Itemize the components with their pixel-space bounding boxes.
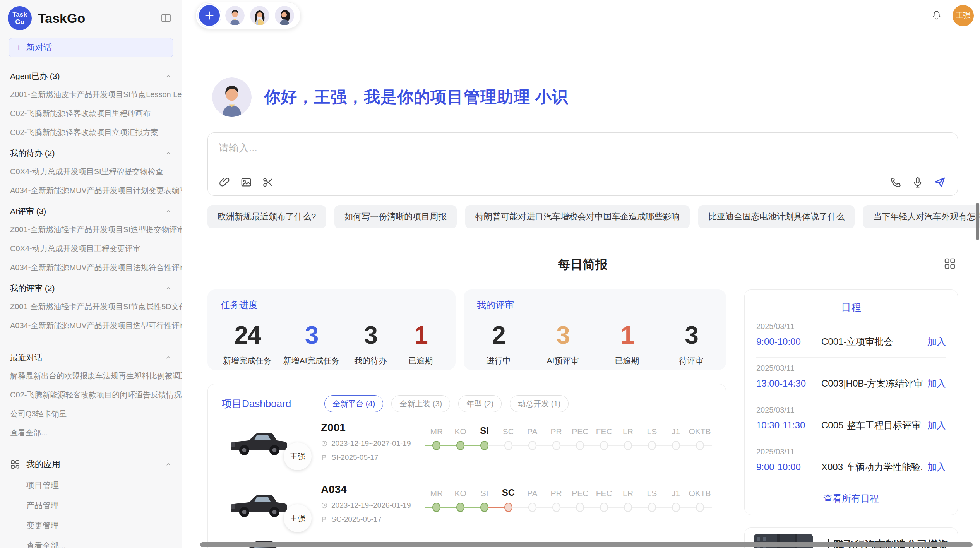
chevron-up-icon [165, 150, 172, 157]
sidebar-item[interactable]: A034-全新新能源MUV产品开发项目计划变更表编写 [0, 181, 182, 200]
sidebar-item[interactable]: Z001-全新燃油皮卡产品开发项目SI节点Lesson Learn报告 [0, 85, 182, 104]
sidebar-item[interactable]: C0X4-动力总成开发项目工程变更评审 [0, 239, 182, 258]
project-row[interactable]: 王强 Z001 2023-12-19~2027-01-19 [222, 421, 712, 462]
chat-input[interactable] [219, 142, 946, 154]
view-all-schedule-link[interactable]: 查看所有日程 [756, 483, 946, 505]
greeting-text: 你好，王强，我是你的项目管理助理 小识 [264, 86, 569, 108]
phone-icon[interactable] [890, 176, 902, 188]
user-avatar[interactable]: 王强 [953, 5, 974, 26]
app-item-product-mgmt[interactable]: 产品管理 [0, 495, 182, 515]
sidebar-item[interactable]: C0X4-动力总成开发项目SI里程碑提交物检查 [0, 162, 182, 181]
project-row[interactable]: 王强 A034 2023-12-19~2026-01-19 [222, 483, 712, 524]
chevron-up-icon [165, 354, 172, 361]
vertical-scrollbar-thumb[interactable] [976, 203, 979, 240]
milestone-label: OKTB [689, 484, 711, 498]
assistant-avatar [212, 77, 252, 117]
filter-chip[interactable]: 全新上装 (3) [391, 395, 450, 412]
milestone-cell: J1 [664, 422, 688, 450]
sidebar-item[interactable]: C02-飞腾新能源轻客改款项目立项汇报方案 [0, 123, 182, 142]
milestone-label: FEC [596, 484, 612, 498]
section-agent-done[interactable]: Agent已办 (3) [0, 65, 182, 85]
stat-row: 2 进行中 3 AI预评审 1 已逾期 [477, 321, 713, 366]
horizontal-scrollbar-thumb[interactable] [200, 542, 973, 547]
recent-chat-item[interactable]: 解释最新出台的欧盟报废车法规再生塑料比例被调至15%... [0, 366, 182, 385]
stat-value: 3 [672, 321, 711, 349]
schedule-name: X003-车辆动力学性能验... [821, 461, 923, 473]
join-link[interactable]: 加入 [927, 377, 946, 390]
attachment-icon[interactable] [219, 176, 230, 188]
recent-chat-item[interactable]: C02-飞腾新能源轻客改款项目的闭环通告反馈情况 [0, 385, 182, 404]
schedule-item[interactable]: 2025/03/11 9:00-10:00 C001-立项审批会 加入 [756, 316, 946, 358]
project-info: A034 2023-12-19~2026-01-19 SC-202 [321, 483, 425, 524]
project-image: 王强 [226, 421, 302, 460]
sidebar-item[interactable]: Z001-全新燃油轻卡产品开发项目SI节点属性5D文件评审 [0, 297, 182, 316]
suggestion-chip[interactable]: 当下年轻人对汽车外观有怎样的喜好趋势 [863, 205, 980, 228]
image-icon[interactable] [240, 176, 252, 188]
stat-cards: 任务进度 24 新增完成任务 3 新增AI完成任务 [207, 289, 726, 370]
recent-chat-view-all[interactable]: 查看全部... [0, 423, 182, 442]
logo-line1: Task [12, 11, 27, 18]
milestone-dot [624, 441, 632, 450]
schedule-date: 2025/03/11 [756, 364, 946, 373]
stat: 2 进行中 [479, 321, 518, 366]
send-icon[interactable] [934, 176, 946, 188]
milestone-cell: SI [473, 422, 497, 450]
schedule-item[interactable]: 2025/03/11 10:30-11:30 C005-整车工程目标评审 加入 [756, 399, 946, 441]
app-item-project-mgmt[interactable]: 项目管理 [0, 475, 182, 495]
suggestion-chip[interactable]: 特朗普可能对进口汽车增税会对中国车企造成哪些影响 [465, 205, 690, 228]
milestone-label: PR [550, 484, 562, 498]
stat-label: 新增完成任务 [223, 355, 272, 366]
chevron-up-icon [165, 208, 172, 215]
recent-chat-item[interactable]: 公司Q3轻卡销量 [0, 404, 182, 423]
app-item-view-all[interactable]: 查看全部... [0, 536, 182, 548]
milestone-cell: PEC [568, 422, 592, 450]
milestone-cell: LS [640, 484, 664, 512]
layout-grid-icon[interactable] [943, 257, 956, 270]
member-avatar[interactable] [275, 6, 294, 25]
milestone-label: LR [623, 422, 633, 436]
milestone-label: PEC [572, 422, 588, 436]
milestone-cell: OKTB [688, 422, 712, 450]
section-ai-review[interactable]: AI评审 (3) [0, 200, 182, 220]
mic-icon[interactable] [912, 176, 923, 188]
join-link[interactable]: 加入 [927, 419, 946, 432]
sidebar-scroll: Agent已办 (3) Z001-全新燃油皮卡产品开发项目SI节点Lesson … [0, 63, 182, 548]
suggestion-chip[interactable]: 如何写一份清晰的项目周报 [334, 205, 457, 228]
sidebar-item-my-apps[interactable]: 我的应用 [0, 454, 182, 475]
milestone-cell: SI [473, 484, 497, 512]
topbar: 王强 [182, 0, 980, 29]
join-link[interactable]: 加入 [927, 461, 946, 473]
milestone-dot [456, 441, 464, 450]
member-avatar[interactable] [250, 6, 269, 25]
milestone-label: PA [527, 422, 537, 436]
filter-chip[interactable]: 全新平台 (4) [324, 395, 383, 412]
scissors-icon[interactable] [262, 176, 274, 188]
sidebar-item[interactable]: Z001-全新燃油轻卡产品开发项目SI造型提交物评审 [0, 220, 182, 239]
sidebar-collapse-icon[interactable] [160, 12, 172, 24]
milestone-dot [552, 441, 560, 450]
bell-icon[interactable] [931, 10, 942, 21]
section-my-todo[interactable]: 我的待办 (2) [0, 142, 182, 162]
section-my-review[interactable]: 我的评审 (2) [0, 277, 182, 297]
join-link[interactable]: 加入 [927, 336, 946, 348]
new-chat-button[interactable]: + 新对话 [9, 38, 173, 57]
milestone-label: PR [550, 422, 562, 436]
milestone-cell: KO [449, 422, 473, 450]
suggestion-chip[interactable]: 欧洲新规最近颁布了什么? [207, 205, 326, 228]
member-avatar[interactable] [225, 6, 245, 25]
milestone-track: MR KO SI SC PA PR PEC FEC LR LS J1 [425, 422, 712, 450]
section-recent-chats[interactable]: 最近对话 [0, 346, 182, 366]
filter-chip[interactable]: 动总开发 (1) [510, 395, 569, 412]
suggestion-chip[interactable]: 比亚迪全固态电池计划具体说了什么 [698, 205, 855, 228]
add-member-button[interactable] [199, 5, 220, 26]
sidebar-item[interactable]: C02-飞腾新能源轻客改款项目里程碑画布 [0, 104, 182, 123]
schedule-item[interactable]: 2025/03/11 9:00-10:00 X003-车辆动力学性能验... 加… [756, 441, 946, 483]
flag-icon [321, 454, 328, 461]
member-pill [195, 2, 301, 29]
schedule-item[interactable]: 2025/03/11 13:00-14:30 C003|H0B-方案冻结评审 加… [756, 358, 946, 399]
app-item-change-mgmt[interactable]: 变更管理 [0, 515, 182, 536]
sidebar-item[interactable]: A034-全新新能源MUV产品开发项目法规符合性评审 [0, 258, 182, 277]
filter-chip[interactable]: 年型 (2) [458, 395, 502, 412]
section-label: 我的评审 (2) [10, 283, 55, 294]
sidebar-item[interactable]: A034-全新新能源MUV产品开发项目造型可行性评审 [0, 316, 182, 335]
